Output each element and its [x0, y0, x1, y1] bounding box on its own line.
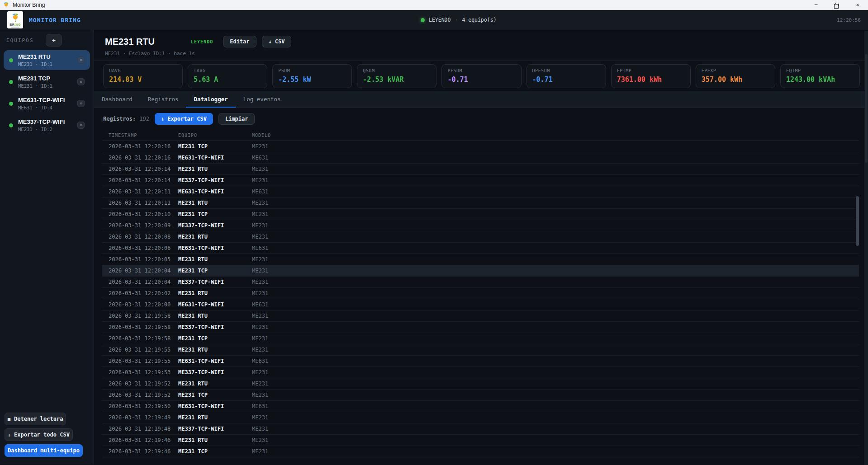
table-row[interactable]: 2026-03-31 12:19:58ME231 TCPME231	[102, 333, 859, 344]
remove-icon: ×	[80, 80, 82, 84]
device-csv-button[interactable]: ↓ CSV	[262, 36, 292, 47]
table-row[interactable]: 2026-03-31 12:20:14ME337-TCP-WIFIME231	[102, 175, 859, 186]
stop-reading-button[interactable]: ■Detener lectura	[5, 413, 66, 425]
table-row[interactable]: 2026-03-31 12:20:02ME231 RTUME231	[102, 288, 859, 299]
cell-timestamp: 2026-03-31 12:20:11	[109, 200, 178, 206]
table-row[interactable]: 2026-03-31 12:20:00ME631-TCP-WIFIME631	[102, 299, 859, 310]
cell-modelo: ME231	[252, 347, 859, 353]
table-row[interactable]: 2026-03-31 12:19:46ME231 RTUME231	[102, 435, 859, 446]
metric-card-value: 357.00 kWh	[702, 75, 769, 84]
balloon-icon	[11, 13, 19, 23]
table-row[interactable]: 2026-03-31 12:20:11ME631-TCP-WIFIME631	[102, 186, 859, 197]
cell-modelo: ME231	[252, 166, 859, 172]
table-row[interactable]: 2026-03-31 12:19:58ME337-TCP-WIFIME231	[102, 322, 859, 333]
sidebar-item[interactable]: ME231 RTUME231 · ID:1×	[4, 50, 90, 70]
table-row[interactable]: 2026-03-31 12:20:05ME231 RTUME231	[102, 254, 859, 265]
cell-equipo: ME231 RTU	[178, 313, 252, 319]
clear-button[interactable]: Limpiar	[218, 113, 255, 125]
cell-timestamp: 2026-03-31 12:19:52	[109, 380, 178, 387]
device-status-dot-icon	[9, 123, 13, 127]
cell-timestamp: 2026-03-31 12:20:14	[109, 177, 178, 183]
table-row[interactable]: 2026-03-31 12:20:04ME231 TCPME231	[102, 265, 859, 277]
export-csv-button[interactable]: ↓ Exportar CSV	[155, 113, 213, 125]
cell-timestamp: 2026-03-31 12:19:48	[109, 426, 178, 432]
table-row[interactable]: 2026-03-31 12:20:11ME231 RTUME231	[102, 197, 859, 209]
clock: 12:20:56	[837, 17, 861, 23]
device-status-badge: LEYENDO	[191, 39, 213, 44]
metric-card-label: UAVG	[109, 68, 177, 73]
table-row[interactable]: 2026-03-31 12:19:53ME337-TCP-WIFIME231	[102, 367, 859, 378]
remove-device-button[interactable]: ×	[77, 100, 85, 107]
button-label: Exportar todo CSV	[14, 432, 70, 438]
cell-equipo: ME231 TCP	[178, 268, 252, 274]
table-row[interactable]: 2026-03-31 12:19:55ME231 RTUME231	[102, 344, 859, 356]
sidebar-item[interactable]: ME337-TCP-WIFIME231 · ID:2×	[4, 115, 90, 135]
table-scrollbar-thumb[interactable]	[856, 196, 859, 246]
table-row[interactable]: 2026-03-31 12:20:16ME231 TCPME231	[102, 141, 859, 152]
cell-timestamp: 2026-03-31 12:20:05	[109, 256, 178, 263]
cell-modelo: ME231	[252, 426, 859, 432]
cell-timestamp: 2026-03-31 12:20:08	[109, 234, 178, 240]
cell-modelo: ME631	[252, 155, 859, 161]
device-item-meta: ME231 · ID:2	[18, 127, 65, 132]
device-status-dot-icon	[9, 80, 13, 84]
status-label: LEYENDO	[429, 17, 451, 23]
table-row[interactable]: 2026-03-31 12:19:48ME337-TCP-WIFIME231	[102, 423, 859, 435]
cell-timestamp: 2026-03-31 12:20:02	[109, 290, 178, 296]
table-row[interactable]: 2026-03-31 12:20:14ME231 RTUME231	[102, 164, 859, 175]
table-row[interactable]: 2026-03-31 12:19:50ME631-TCP-WIFIME631	[102, 401, 859, 412]
window-minimize-button[interactable]: ─	[806, 0, 826, 9]
global-reading-status: LEYENDO · 4 equipo(s)	[421, 10, 497, 30]
window-close-button[interactable]: ✕	[847, 0, 868, 9]
remove-device-button[interactable]: ×	[77, 78, 85, 85]
table-row[interactable]: 2026-03-31 12:19:58ME231 RTUME231	[102, 310, 859, 322]
records-count: 192	[139, 116, 149, 122]
metric-card-value: 5.63 A	[194, 75, 261, 84]
page-scrollbar-thumb[interactable]	[865, 54, 868, 163]
table-row[interactable]: 2026-03-31 12:20:08ME231 RTUME231	[102, 231, 859, 243]
cell-equipo: ME231 RTU	[178, 200, 252, 206]
cell-modelo: ME231	[252, 211, 859, 217]
table-row[interactable]: 2026-03-31 12:20:06ME631-TCP-WIFIME631	[102, 243, 859, 254]
table-row[interactable]: 2026-03-31 12:19:52ME231 RTUME231	[102, 378, 859, 390]
table-row[interactable]: 2026-03-31 12:19:52ME231 TCPME231	[102, 390, 859, 401]
table-row[interactable]: 2026-03-31 12:20:04ME337-TCP-WIFIME231	[102, 277, 859, 288]
cell-modelo: ME231	[252, 279, 859, 285]
table-row[interactable]: 2026-03-31 12:20:16ME631-TCP-WIFIME631	[102, 152, 859, 164]
device-title: ME231 RTU	[105, 37, 155, 47]
tab-log-eventos[interactable]: Log eventos	[236, 91, 289, 108]
remove-icon: ×	[80, 123, 82, 127]
edit-device-button[interactable]: Editar	[223, 36, 256, 47]
window-restore-button[interactable]	[826, 0, 847, 9]
cell-timestamp: 2026-03-31 12:20:11	[109, 188, 178, 195]
table-row[interactable]: 2026-03-31 12:19:46ME231 TCPME231	[102, 446, 859, 457]
sidebar-item[interactable]: ME231 TCPME231 · ID:1×	[4, 72, 90, 92]
page-scrollbar[interactable]	[864, 31, 868, 465]
export-all-csv-button[interactable]: ↓Exportar todo CSV	[5, 428, 73, 441]
remove-device-button[interactable]: ×	[77, 122, 85, 129]
cell-modelo: ME231	[252, 392, 859, 398]
table-row[interactable]: 2026-03-31 12:19:55ME631-TCP-WIFIME631	[102, 356, 859, 367]
cell-equipo: ME231 RTU	[178, 414, 252, 421]
sidebar-header: EQUIPOS +	[4, 34, 90, 47]
table-row[interactable]: 2026-03-31 12:19:49ME231 RTUME231	[102, 412, 859, 423]
table-row[interactable]: 2026-03-31 12:20:10ME231 TCPME231	[102, 209, 859, 220]
cell-timestamp: 2026-03-31 12:20:16	[109, 155, 178, 161]
sidebar-item[interactable]: ME631-TCP-WIFIME631 · ID:4×	[4, 94, 90, 113]
tab-datalogger[interactable]: Datalogger	[186, 91, 235, 108]
device-subtitle: ME231 · Esclavo ID:1 · hace 1s	[105, 51, 857, 56]
add-device-button[interactable]: +	[46, 34, 62, 47]
metric-card: DPFSUM-0.71	[526, 64, 606, 88]
cell-equipo: ME231 RTU	[178, 347, 252, 353]
multi-device-dashboard-button[interactable]: Dashboard multi-equipo	[5, 444, 83, 457]
cell-modelo: ME231	[252, 256, 859, 263]
metric-card-label: IAVG	[194, 68, 261, 73]
cell-equipo: ME337-TCP-WIFI	[178, 222, 252, 229]
cell-equipo: ME231 TCP	[178, 335, 252, 342]
tab-registros[interactable]: Registros	[140, 91, 186, 108]
cell-modelo: ME231	[252, 234, 859, 240]
cell-modelo: ME231	[252, 335, 859, 342]
table-row[interactable]: 2026-03-31 12:20:09ME337-TCP-WIFIME231	[102, 220, 859, 231]
remove-device-button[interactable]: ×	[77, 56, 85, 64]
tab-dashboard[interactable]: Dashboard	[94, 91, 140, 108]
